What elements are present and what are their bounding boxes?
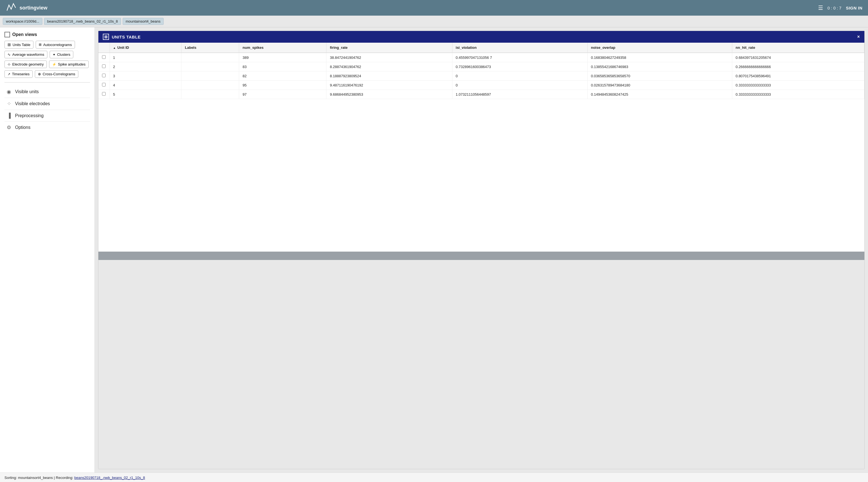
cell-unit-id: 5 bbox=[110, 90, 182, 99]
row-checkbox[interactable] bbox=[102, 64, 106, 68]
open-views-section: Open views bbox=[4, 32, 90, 37]
cell-isi-violation: 0 bbox=[452, 81, 587, 90]
col-firing-rate[interactable]: firing_rate bbox=[327, 43, 452, 53]
col-num-spikes[interactable]: num_spikes bbox=[239, 43, 327, 53]
col-noise-overlap-label: noise_overlap bbox=[591, 46, 615, 50]
sidebar-item-options[interactable]: ⚙ Options bbox=[4, 122, 90, 133]
col-labels[interactable]: Labels bbox=[182, 43, 239, 53]
cell-noise-overlap: 0.14948453608247425 bbox=[587, 90, 732, 99]
scrollbar-area bbox=[98, 252, 864, 260]
cell-isi-violation: 0 bbox=[452, 72, 587, 81]
cell-unit-id: 4 bbox=[110, 81, 182, 90]
footer-text: Sorting: mountainsort4_beans | Recording… bbox=[4, 476, 145, 480]
cell-unit-id: 3 bbox=[110, 72, 182, 81]
bars2-icon: ▐ bbox=[6, 113, 12, 118]
sidebar-item-preprocessing[interactable]: ▐ Preprocessing bbox=[4, 110, 90, 122]
view-btn-clusters-label: Clusters bbox=[57, 52, 70, 57]
cell-firing-rate: 9.487116190476192 bbox=[327, 81, 452, 90]
cell-noise-overlap: 0.026315789473684180 bbox=[587, 81, 732, 90]
sidebar-visible-units-label: Visible units bbox=[15, 89, 39, 94]
view-btn-units-table[interactable]: Units Table bbox=[4, 41, 33, 49]
table-row: 3828.1888792380952400.036585365853658570… bbox=[98, 72, 864, 81]
sidebar-item-visible-units[interactable]: ◉ Visible units bbox=[4, 86, 90, 98]
cell-labels bbox=[182, 72, 239, 81]
col-isi-violation-label: isi_violation bbox=[456, 46, 477, 50]
view-btn-clusters[interactable]: ✦ Clusters bbox=[50, 51, 73, 58]
col-isi-violation[interactable]: isi_violation bbox=[452, 43, 587, 53]
footer: Sorting: mountainsort4_beans | Recording… bbox=[0, 473, 868, 482]
table-row: 5979.6868449523809531.07321110564485970.… bbox=[98, 90, 864, 99]
cell-labels bbox=[182, 53, 239, 62]
footer-text-before-link: Sorting: mountainsort4_beans | Recording… bbox=[4, 476, 74, 480]
signin-button[interactable]: SIGN IN bbox=[846, 6, 862, 10]
row-checkbox-cell bbox=[98, 81, 110, 90]
units-table-panel: ⊞ UNITS TABLE × ▲ Unit ID bbox=[98, 31, 865, 469]
col-nn-hit-rate[interactable]: nn_hit_rate bbox=[732, 43, 864, 53]
sidebar-options-label: Options bbox=[15, 125, 30, 130]
col-noise-overlap[interactable]: noise_overlap bbox=[587, 43, 732, 53]
row-checkbox-cell bbox=[98, 90, 110, 99]
view-btn-electrode-geometry[interactable]: ⊹ Electrode geometry bbox=[4, 60, 47, 68]
view-btn-spike-amplitudes[interactable]: ⚡ Spike amplitudes bbox=[49, 60, 89, 68]
row-checkbox[interactable] bbox=[102, 55, 106, 59]
cell-num-spikes: 82 bbox=[239, 72, 327, 81]
units-table: ▲ Unit ID Labels num_spikes firing_rate bbox=[98, 43, 864, 99]
sidebar: Open views Units Table ⊞ Autocorrelogram… bbox=[0, 27, 95, 473]
view-btn-autocorrelograms-label: Autocorrelograms bbox=[43, 43, 72, 47]
col-firing-rate-label: firing_rate bbox=[330, 46, 348, 50]
panel-table-icon: ⊞ bbox=[103, 34, 109, 40]
col-nn-hit-rate-label: nn_hit_rate bbox=[736, 46, 755, 50]
eye-icon: ◉ bbox=[6, 89, 12, 95]
logo-icon bbox=[6, 2, 17, 13]
cell-firing-rate: 8.18887923809524 bbox=[327, 72, 452, 81]
open-views-label: Open views bbox=[12, 32, 37, 37]
table-icon bbox=[7, 42, 11, 47]
header-right: ☰ 0 : 0 : 7 SIGN IN bbox=[818, 4, 862, 11]
sidebar-preprocessing-label: Preprocessing bbox=[15, 113, 43, 118]
breadcrumbs: workspace://1009d... beans20190718_.nwb_… bbox=[0, 16, 868, 27]
row-checkbox[interactable] bbox=[102, 92, 106, 96]
table-container[interactable]: ▲ Unit ID Labels num_spikes firing_rate bbox=[98, 43, 864, 252]
cell-firing-rate: 8.28874361904762 bbox=[327, 62, 452, 72]
view-btn-cross-correlograms-label: Cross-Correlograms bbox=[43, 72, 75, 76]
app-logo: sortingview bbox=[6, 2, 818, 13]
table-header-row: ▲ Unit ID Labels num_spikes firing_rate bbox=[98, 43, 864, 53]
view-btn-autocorrelograms[interactable]: ⊞ Autocorrelograms bbox=[36, 41, 75, 49]
waveform-icon: ∿ bbox=[7, 52, 10, 57]
view-btn-timeseries-label: Timeseries bbox=[12, 72, 30, 76]
panel-close-button[interactable]: × bbox=[857, 34, 860, 39]
cell-num-spikes: 83 bbox=[239, 62, 327, 72]
row-checkbox[interactable] bbox=[102, 74, 106, 77]
cell-labels bbox=[182, 62, 239, 72]
breadcrumb-recording[interactable]: beans20190718_.nwb_beans_02_r1_10s_8 bbox=[44, 18, 121, 25]
row-checkbox[interactable] bbox=[102, 83, 106, 86]
col-unit-id[interactable]: ▲ Unit ID bbox=[110, 43, 182, 53]
cell-nn-hit-rate: 0.8070175438596491 bbox=[732, 72, 864, 81]
table-row: 138938.84724419047620.455997047131056 70… bbox=[98, 53, 864, 62]
view-btn-timeseries[interactable]: ↗ Timeseries bbox=[4, 70, 33, 78]
cell-unit-id: 1 bbox=[110, 53, 182, 62]
sidebar-item-visible-electrodes[interactable]: ⁘ Visible electrodes bbox=[4, 98, 90, 110]
view-buttons-container: Units Table ⊞ Autocorrelograms ∿ Average… bbox=[4, 41, 90, 78]
cell-num-spikes: 95 bbox=[239, 81, 327, 90]
open-views-icon bbox=[4, 32, 10, 37]
view-btn-avg-waveforms[interactable]: ∿ Average waveforms bbox=[4, 51, 48, 58]
cluster-icon: ✦ bbox=[53, 53, 56, 57]
view-btn-electrode-geometry-label: Electrode geometry bbox=[12, 62, 44, 66]
autocorr-icon: ⊞ bbox=[39, 43, 41, 47]
breadcrumb-sorting[interactable]: mountainsort4_beans bbox=[123, 18, 164, 25]
content-area: ⊞ UNITS TABLE × ▲ Unit ID bbox=[95, 27, 868, 473]
footer-link[interactable]: beans20190718_.nwb_beans_02_r1_10s_8 bbox=[74, 476, 145, 480]
view-btn-cross-correlograms[interactable]: ⊕ Cross-Correlograms bbox=[35, 70, 78, 78]
breadcrumb-workspace[interactable]: workspace://1009d... bbox=[3, 18, 42, 25]
gear-icon: ⚙ bbox=[6, 124, 12, 131]
cell-firing-rate: 9.686844952380953 bbox=[327, 90, 452, 99]
main-layout: Open views Units Table ⊞ Autocorrelogram… bbox=[0, 27, 868, 473]
cell-unit-id: 2 bbox=[110, 62, 182, 72]
panel-header: ⊞ UNITS TABLE × bbox=[98, 31, 864, 43]
cell-noise-overlap: 0.1683804627249358 bbox=[587, 53, 732, 62]
dots-icon: ⁘ bbox=[6, 101, 12, 107]
cell-isi-violation: 0.7328961600386473 bbox=[452, 62, 587, 72]
panel-title: UNITS TABLE bbox=[112, 35, 141, 39]
table-row: 2838.288743619047620.73289616003864730.1… bbox=[98, 62, 864, 72]
